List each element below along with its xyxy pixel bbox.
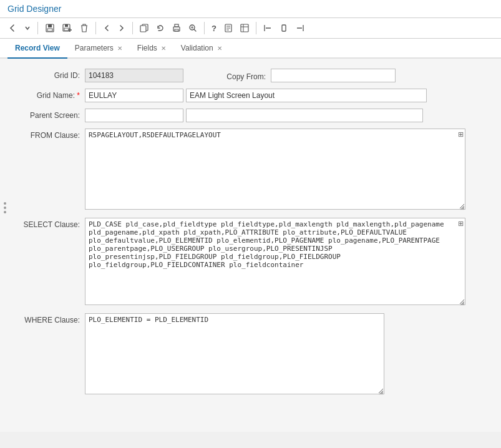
save-new-button[interactable] (59, 21, 75, 36)
svg-rect-7 (140, 26, 146, 32)
tab-fields[interactable]: Fields ✕ (130, 39, 173, 59)
title-bar: Grid Designer (0, 0, 501, 18)
svg-rect-5 (64, 28, 69, 31)
from-clause-row: FROM Clause: R5PAGELAYOUT,R5DEFAULTPAGEL… (10, 129, 491, 212)
from-clause-label: FROM Clause: (10, 129, 85, 140)
svg-rect-10 (175, 29, 178, 31)
copy-button[interactable] (137, 21, 152, 35)
select-clause-resize-icon: ◢ (460, 299, 464, 306)
separator-3 (132, 22, 133, 34)
grid-name-input-1[interactable] (85, 89, 183, 102)
prev-button[interactable] (100, 22, 114, 34)
where-clause-row: WHERE Clause: PLO_ELEMENTID = PLD_ELEMEN… (10, 313, 491, 396)
grid-name-label: Grid Name: (10, 89, 85, 100)
where-clause-textarea[interactable]: PLO_ELEMENTID = PLD_ELEMENTID (85, 313, 384, 394)
help-button[interactable]: ? (208, 21, 220, 36)
expand-view-button[interactable] (237, 21, 252, 35)
separator-2 (95, 22, 96, 34)
select-clause-label: SELECT Clause: (10, 218, 85, 229)
title-label: Grid Designer (7, 4, 61, 14)
svg-rect-4 (65, 24, 68, 27)
bookmarks-button[interactable] (221, 21, 236, 35)
select-clause-textarea[interactable]: PLD_CASE pld_case,pld_fieldtype pld_fiel… (85, 218, 465, 305)
main-content: Grid ID: Copy From: Grid Name: Parent Sc… (0, 59, 501, 432)
dropdown-button[interactable] (21, 22, 34, 34)
nav-left-button[interactable] (260, 21, 275, 35)
where-clause-resize-icon: ◢ (379, 389, 383, 395)
copy-from-input[interactable] (271, 69, 396, 82)
grid-name-input-2[interactable] (186, 89, 427, 102)
select-clause-expand-icon[interactable]: ⊞ (458, 220, 464, 228)
tab-validation[interactable]: Validation ✕ (173, 39, 230, 59)
svg-rect-15 (241, 24, 248, 32)
from-clause-expand-icon[interactable]: ⊞ (458, 130, 464, 139)
tab-parameters[interactable]: Parameters ✕ (67, 39, 130, 59)
tab-parameters-close[interactable]: ✕ (117, 45, 122, 52)
separator-5 (256, 22, 256, 34)
parent-screen-input-1[interactable] (85, 109, 183, 122)
delete-button[interactable] (77, 21, 92, 36)
from-clause-textarea[interactable]: R5PAGELAYOUT,R5DEFAULTPAGELAYOUT (85, 129, 465, 210)
svg-rect-16 (282, 25, 286, 31)
select-clause-row: SELECT Clause: PLD_CASE pld_case,pld_fie… (10, 218, 491, 307)
where-clause-label: WHERE Clause: (10, 313, 85, 324)
next-button[interactable] (115, 22, 129, 34)
tab-fields-close[interactable]: ✕ (161, 45, 166, 52)
parent-screen-label: Parent Screen: (10, 109, 85, 120)
magnify-button[interactable] (185, 21, 200, 35)
tab-record-view[interactable]: Record View (7, 39, 67, 59)
separator-1 (37, 22, 38, 34)
drag-handle[interactable] (2, 200, 7, 216)
separator-4 (204, 22, 205, 34)
from-clause-resize-icon: ◢ (460, 204, 464, 210)
where-clause-wrapper: PLO_ELEMENTID = PLD_ELEMENTID ◢ (85, 313, 384, 396)
undo-button[interactable] (153, 21, 168, 35)
save-button[interactable] (42, 21, 58, 36)
svg-rect-9 (175, 24, 178, 27)
nav-right-button[interactable] (293, 21, 308, 35)
tabs-bar: Record View Parameters ✕ Fields ✕ Valida… (0, 39, 501, 59)
copy-from-label: Copy From: (196, 70, 271, 81)
tab-validation-close[interactable]: ✕ (217, 45, 222, 52)
grid-id-row: Grid ID: Copy From: (10, 69, 491, 82)
parent-screen-input-2[interactable] (186, 109, 423, 122)
print-button[interactable] (169, 21, 184, 35)
grid-name-row: Grid Name: (10, 89, 491, 102)
nav-center-button[interactable] (276, 21, 291, 35)
grid-id-input[interactable] (85, 69, 183, 82)
grid-id-label: Grid ID: (10, 69, 85, 80)
parent-screen-row: Parent Screen: (10, 109, 491, 122)
svg-rect-1 (48, 24, 52, 27)
from-clause-wrapper: R5PAGELAYOUT,R5DEFAULTPAGELAYOUT ⊞ ◢ (85, 129, 465, 212)
svg-rect-2 (47, 29, 52, 31)
select-clause-wrapper: PLD_CASE pld_case,pld_fieldtype pld_fiel… (85, 218, 465, 307)
back-button[interactable] (5, 21, 20, 35)
toolbar: ? (0, 18, 501, 39)
